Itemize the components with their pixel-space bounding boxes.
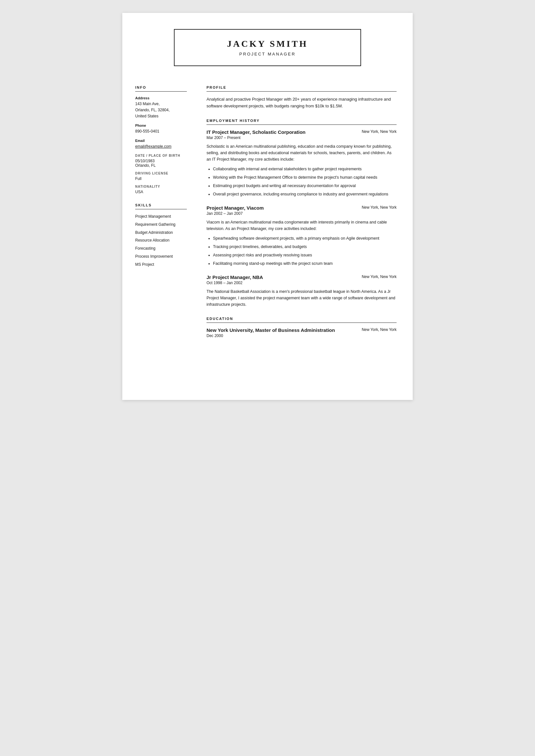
- profile-section-title: PROFILE: [207, 86, 397, 92]
- job-dates: Jan 2002 – Jan 2007: [207, 211, 397, 216]
- edu-location: New York, New York: [362, 327, 397, 332]
- job-entry: Project Manager, ViacomNew York, New Yor…: [207, 205, 397, 267]
- jobs-list: IT Project Manager, Scholastic Corporati…: [207, 129, 397, 308]
- nationality-value: USA: [135, 190, 187, 194]
- sidebar: INFO Address 143 Main Ave,Orlando, FL, 3…: [122, 79, 197, 360]
- skill-item: MS Project: [135, 262, 187, 267]
- email-link[interactable]: email@example.com: [135, 144, 171, 149]
- job-bullet-item: Collaborating with internal and external…: [213, 166, 397, 172]
- job-bullet-item: Tracking project timelines, deliverables…: [213, 244, 397, 250]
- header-section: JACKY SMITH PROJECT MANAGER: [122, 13, 413, 79]
- job-title: IT Project Manager, Scholastic Corporati…: [207, 129, 306, 135]
- edu-entry: New York University, Master of Business …: [207, 327, 397, 338]
- profile-text: Analytical and proactive Project Manager…: [207, 96, 397, 110]
- education-section-title: EDUCATION: [207, 317, 397, 323]
- email-label: Email: [135, 139, 187, 143]
- profile-section: PROFILE Analytical and proactive Project…: [207, 86, 397, 110]
- skill-item: Resource Allocation: [135, 238, 187, 243]
- job-location: New York, New York: [362, 205, 397, 210]
- job-header: Jr Project Manager, NBANew York, New Yor…: [207, 275, 397, 280]
- job-dates: Oct 1998 – Jan 2002: [207, 281, 397, 285]
- job-bullet-item: Spearheading software development projec…: [213, 235, 397, 242]
- skill-item: Project Management: [135, 214, 187, 219]
- skills-section: SKILLS Project ManagementRequirement Gat…: [135, 203, 187, 267]
- education-section: EDUCATION New York University, Master of…: [207, 317, 397, 338]
- address-item: Address 143 Main Ave,Orlando, FL, 32804,…: [135, 96, 187, 119]
- job-bullet-item: Working with the Project Management Offi…: [213, 174, 397, 181]
- employment-section-title: EMPLOYMENT HISTORY: [207, 119, 397, 125]
- job-description: Viacom is an American multinational medi…: [207, 219, 397, 232]
- resume-page: JACKY SMITH PROJECT MANAGER INFO Address…: [122, 13, 413, 400]
- email-item: Email email@example.com: [135, 139, 187, 149]
- job-bullets: Spearheading software development projec…: [207, 235, 397, 267]
- skill-item: Forecasting: [135, 246, 187, 251]
- job-description: Scholastic is an American multinational …: [207, 143, 397, 163]
- dob-value: 05/10/1983 Orlando, FL: [135, 159, 187, 168]
- job-bullet-item: Facilitating morning stand-up meetings w…: [213, 260, 397, 267]
- job-title: Project Manager, Viacom: [207, 205, 264, 211]
- job-location: New York, New York: [362, 129, 397, 134]
- dob-label: DATE / PLACE OF BIRTH: [135, 154, 187, 157]
- license-label: DRIVING LICENSE: [135, 172, 187, 175]
- job-description: The National Basketball Association is a…: [207, 288, 397, 308]
- job-header: Project Manager, ViacomNew York, New Yor…: [207, 205, 397, 211]
- skills-list: Project ManagementRequirement GatheringB…: [135, 214, 187, 267]
- license-value: Full: [135, 176, 187, 181]
- body-layout: INFO Address 143 Main Ave,Orlando, FL, 3…: [122, 79, 413, 360]
- skill-item: Requirement Gathering: [135, 222, 187, 228]
- job-location: New York, New York: [362, 275, 397, 279]
- job-header: IT Project Manager, Scholastic Corporati…: [207, 129, 397, 135]
- info-section: INFO Address 143 Main Ave,Orlando, FL, 3…: [135, 86, 187, 194]
- header-title: PROJECT MANAGER: [200, 52, 335, 56]
- address-label: Address: [135, 96, 187, 100]
- skill-item: Process Improvement: [135, 254, 187, 259]
- job-bullets: Collaborating with internal and external…: [207, 166, 397, 197]
- phone-value: 890-555-0401: [135, 129, 159, 134]
- job-entry: Jr Project Manager, NBANew York, New Yor…: [207, 275, 397, 308]
- edu-title: New York University, Master of Business …: [207, 327, 335, 333]
- nationality-label: NATIONALITY: [135, 185, 187, 188]
- skills-section-title: SKILLS: [135, 203, 187, 209]
- address-value: 143 Main Ave,Orlando, FL, 32804,United S…: [135, 102, 170, 118]
- job-title: Jr Project Manager, NBA: [207, 275, 263, 280]
- edu-header: New York University, Master of Business …: [207, 327, 397, 333]
- job-bullet-item: Overall project governance, including en…: [213, 191, 397, 197]
- email-value: email@example.com: [135, 144, 171, 149]
- info-section-title: INFO: [135, 86, 187, 92]
- job-dates: Mar 2007 – Present: [207, 135, 397, 140]
- header-name: JACKY SMITH: [200, 39, 335, 49]
- employment-section: EMPLOYMENT HISTORY IT Project Manager, S…: [207, 119, 397, 308]
- job-bullet-item: Assessing project risks and proactively …: [213, 252, 397, 258]
- header-box: JACKY SMITH PROJECT MANAGER: [174, 29, 361, 66]
- phone-item: Phone 890-555-0401: [135, 123, 187, 134]
- job-entry: IT Project Manager, Scholastic Corporati…: [207, 129, 397, 197]
- skill-item: Budget Administration: [135, 230, 187, 235]
- phone-label: Phone: [135, 123, 187, 127]
- edu-list: New York University, Master of Business …: [207, 327, 397, 338]
- job-bullet-item: Estimating project budgets and writing a…: [213, 182, 397, 189]
- edu-dates: Dec 2000: [207, 334, 397, 338]
- main-content: PROFILE Analytical and proactive Project…: [197, 79, 413, 360]
